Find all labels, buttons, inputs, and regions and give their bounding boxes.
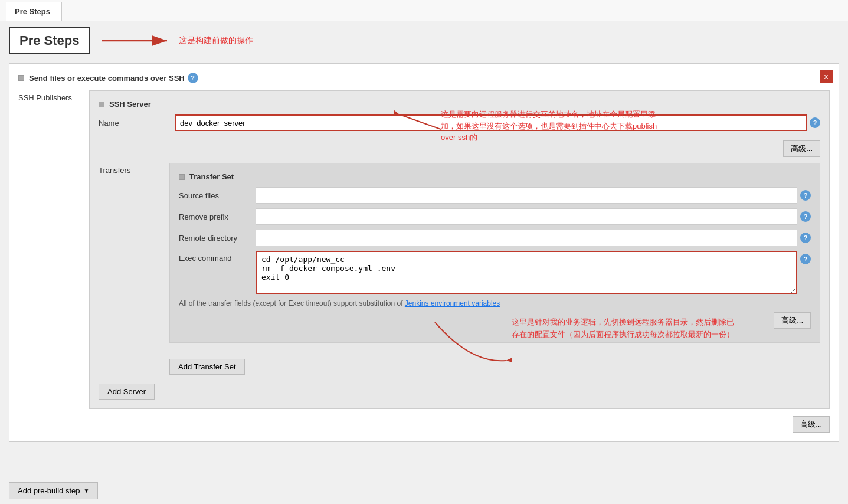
source-files-row: Source files ?: [179, 187, 811, 204]
exec-annotation-arrow: [423, 316, 512, 364]
transfers-advanced-button[interactable]: 高级...: [774, 312, 811, 329]
remove-prefix-input[interactable]: [256, 208, 797, 225]
remote-directory-control: ?: [256, 230, 811, 246]
annotation-arrow: [102, 29, 173, 53]
ssh-annotation-text: 这是需要向远程服务器进行交互的地址名，地址在全局配置里添加，如果这里没有这个选项…: [441, 109, 665, 143]
remote-directory-label: Remote directory: [179, 234, 256, 243]
source-files-input[interactable]: [256, 187, 797, 204]
remove-prefix-label: Remove prefix: [179, 212, 256, 221]
exec-command-textarea[interactable]: [256, 251, 797, 294]
ssh-publishers-content: SSH Server Name ?: [89, 90, 830, 409]
plugin-help-icon[interactable]: ?: [188, 73, 198, 83]
remote-directory-row: Remote directory ?: [179, 230, 811, 246]
ssh-publishers-label: SSH Publishers: [18, 90, 89, 102]
exec-annotation-text: 这里是针对我的业务逻辑，先切换到远程服务器目录，然后删除已存在的配置文件（因为后…: [512, 316, 736, 341]
exec-command-row: Exec command ?: [179, 251, 811, 294]
ssh-server-header: SSH Server: [99, 100, 820, 109]
add-pre-build-chevron: ▼: [84, 487, 90, 494]
source-files-label: Source files: [179, 191, 256, 200]
exec-command-control: ?: [256, 251, 811, 294]
transfer-set-header: Transfer Set: [179, 172, 811, 181]
plugin-section: Send files or execute commands over SSH …: [9, 63, 839, 442]
close-button[interactable]: x: [820, 70, 833, 83]
add-pre-build-label: Add pre-build step: [18, 486, 80, 495]
add-server-section: Add Server: [99, 384, 820, 400]
ssh-server-block: SSH Server Name ?: [99, 100, 820, 157]
exec-command-help-icon[interactable]: ?: [800, 254, 811, 264]
page-title: Pre Steps: [9, 27, 90, 54]
remote-directory-input[interactable]: [256, 230, 797, 246]
ssh-server-advanced-button[interactable]: 高级...: [783, 140, 820, 157]
transfer-note: All of the transfer fields (except for E…: [179, 299, 811, 307]
jenkins-env-vars-link[interactable]: Jenkins environment variables: [405, 299, 500, 307]
bottom-advanced-row: 高级...: [18, 416, 830, 433]
ssh-annotation-arrow: [394, 109, 441, 138]
remove-prefix-control: ?: [256, 208, 811, 225]
add-transfer-set-button[interactable]: Add Transfer Set: [169, 359, 245, 375]
ssh-publishers-layout: SSH Publishers SSH Server Name: [18, 90, 830, 409]
add-server-button[interactable]: Add Server: [99, 384, 155, 400]
transfer-note-text: All of the transfer fields (except for E…: [179, 299, 405, 307]
ssh-server-header-text: SSH Server: [109, 100, 151, 109]
name-label: Name: [99, 119, 175, 127]
remove-prefix-help-icon[interactable]: ?: [800, 211, 811, 222]
page-title-section: Pre Steps 这是构建前做的操作: [9, 27, 839, 54]
remote-directory-help-icon[interactable]: ?: [800, 233, 811, 243]
plugin-header-text: Send files or execute commands over SSH: [29, 74, 185, 83]
bottom-bar: Add pre-build step ▼: [0, 477, 848, 504]
name-help-icon[interactable]: ?: [810, 117, 820, 128]
plugin-header: Send files or execute commands over SSH …: [18, 73, 830, 83]
source-files-control: ?: [256, 187, 811, 204]
top-nav: General源码管理构建触发器构建环境Pre StepsBuildPost S…: [0, 0, 848, 21]
page-content: Pre Steps 这是构建前做的操作 Send files or execut…: [0, 21, 848, 454]
page-annotation: 这是构建前做的操作: [179, 35, 253, 46]
nav-tab-pre-steps[interactable]: Pre Steps: [6, 2, 62, 21]
transfer-set-header-text: Transfer Set: [189, 172, 234, 181]
svg-line-3: [400, 114, 441, 129]
add-pre-build-button[interactable]: Add pre-build step ▼: [9, 482, 98, 499]
remove-prefix-row: Remove prefix ?: [179, 208, 811, 225]
bottom-advanced-button[interactable]: 高级...: [793, 416, 830, 433]
exec-command-label: Exec command: [179, 251, 256, 263]
transfers-label: Transfers: [99, 163, 169, 175]
source-files-help-icon[interactable]: ?: [800, 190, 811, 201]
